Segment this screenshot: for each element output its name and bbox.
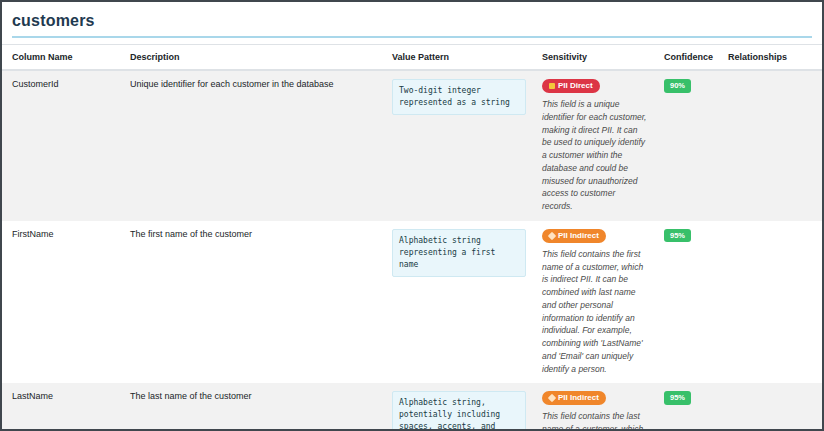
page-content: customers Column Name Description Value … [2, 2, 822, 431]
header-sensitivity: Sensitivity [534, 45, 656, 71]
table-row: LastName The last name of the customer A… [2, 383, 822, 431]
confidence-badge: 95% [664, 391, 691, 405]
cell-value-pattern: Alphabetic string, potentially including… [384, 383, 534, 431]
cell-value-pattern: Alphabetic string representing a first n… [384, 221, 534, 384]
sensitivity-description: This field contains the last name of a c… [542, 410, 648, 431]
value-pattern-box: Alphabetic string representing a first n… [392, 229, 526, 277]
table-header: Column Name Description Value Pattern Se… [2, 45, 822, 71]
cell-column-name: CustomerId [2, 70, 122, 221]
cell-description: The last name of the customer [122, 383, 384, 431]
cell-sensitivity: PII Indirect This field contains the fir… [534, 221, 656, 384]
description-text: The first name of the customer [130, 229, 252, 239]
header-description: Description [122, 45, 384, 71]
sensitivity-badge: PII Indirect [542, 391, 606, 405]
sensitivity-badge-label: PII Indirect [558, 232, 599, 240]
cell-relationships [720, 221, 822, 384]
value-pattern-box: Alphabetic string, potentially including… [392, 391, 526, 431]
description-text: The last name of the customer [130, 391, 252, 401]
cell-description: The first name of the customer [122, 221, 384, 384]
sensitivity-badge: PII Indirect [542, 229, 606, 243]
description-text: Unique identifier for each customer in t… [130, 79, 334, 89]
cell-column-name: FirstName [2, 221, 122, 384]
customers-report-page: customers Column Name Description Value … [0, 0, 824, 431]
table-body: CustomerId Unique identifier for each cu… [2, 70, 822, 431]
cell-confidence: 95% [656, 221, 720, 384]
column-name-text: CustomerId [12, 79, 59, 89]
header-column-name: Column Name [2, 45, 122, 71]
header-value-pattern: Value Pattern [384, 45, 534, 71]
cell-description: Unique identifier for each customer in t… [122, 70, 384, 221]
table-row: FirstName The first name of the customer… [2, 221, 822, 384]
page-title: customers [2, 10, 822, 36]
title-divider [12, 36, 812, 38]
column-name-text: LastName [12, 391, 53, 401]
column-name-text: FirstName [12, 229, 54, 239]
sensitivity-badge: PII Direct [542, 79, 600, 93]
lock-icon [549, 83, 555, 89]
columns-table: Column Name Description Value Pattern Se… [2, 44, 822, 431]
cell-column-name: LastName [2, 383, 122, 431]
cell-relationships [720, 383, 822, 431]
sensitivity-description: This field contains the first name of a … [542, 248, 648, 376]
confidence-badge: 95% [664, 229, 691, 243]
table-row: CustomerId Unique identifier for each cu… [2, 70, 822, 221]
cell-sensitivity: PII Indirect This field contains the las… [534, 383, 656, 431]
header-relationships: Relationships [720, 45, 822, 71]
gear-icon [548, 394, 556, 402]
cell-sensitivity: PII Direct This field is a unique identi… [534, 70, 656, 221]
cell-confidence: 90% [656, 70, 720, 221]
sensitivity-description: This field is a unique identifier for ea… [542, 98, 648, 213]
confidence-badge: 90% [664, 79, 691, 93]
cell-relationships [720, 70, 822, 221]
cell-confidence: 95% [656, 383, 720, 431]
cell-value-pattern: Two-digit integer represented as a strin… [384, 70, 534, 221]
gear-icon [548, 232, 556, 240]
header-confidence: Confidence [656, 45, 720, 71]
value-pattern-box: Two-digit integer represented as a strin… [392, 79, 526, 115]
sensitivity-badge-label: PII Direct [558, 82, 593, 90]
sensitivity-badge-label: PII Indirect [558, 394, 599, 402]
